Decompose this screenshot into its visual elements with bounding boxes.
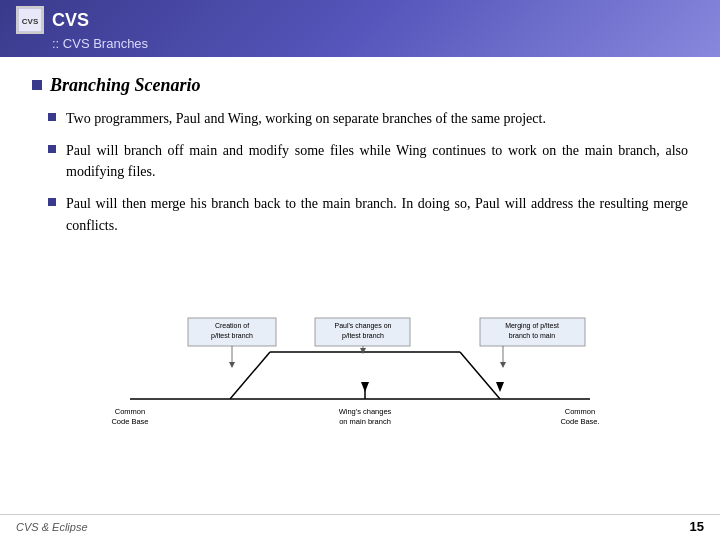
header-subtitle: :: CVS Branches [16,36,704,51]
header: CVS CVS :: CVS Branches [0,0,720,57]
svg-text:p/ltest branch: p/ltest branch [342,332,384,340]
svg-line-5 [460,352,500,399]
section-bullet-icon [32,80,42,90]
section-title-text: Branching Scenario [50,75,201,96]
svg-marker-23 [500,362,506,368]
footer-page: 15 [690,519,704,534]
bullet-icon-2 [48,145,56,153]
svg-text:on main branch: on main branch [339,417,391,426]
svg-text:Common: Common [115,407,145,416]
cvs-icon: CVS [16,6,44,34]
bullet-icon-1 [48,113,56,121]
svg-text:Code Base: Code Base [111,417,148,426]
bullet-text-3: Paul will then merge his branch back to … [66,193,688,236]
diagram-svg: Creation of p/ltest branch Paul's change… [70,314,650,438]
header-title: CVS [52,10,89,31]
svg-text:Common: Common [565,407,595,416]
svg-text:Code Base.: Code Base. [560,417,599,426]
footer: CVS & Eclipse 15 [0,514,720,540]
diagram-area: Creation of p/ltest branch Paul's change… [32,248,688,504]
list-item: Paul will then merge his branch back to … [48,193,688,236]
svg-text:Creation of: Creation of [215,322,249,329]
svg-text:CVS: CVS [22,17,39,26]
svg-line-3 [230,352,270,399]
svg-marker-13 [229,362,235,368]
svg-text:Paul's changes on: Paul's changes on [335,322,392,330]
list-item: Paul will branch off main and modify som… [48,140,688,183]
svg-text:Merging of p/ltest: Merging of p/ltest [505,322,559,330]
bullet-text-1: Two programmers, Paul and Wing, working … [66,108,688,130]
svg-text:Wing's changes: Wing's changes [339,407,392,416]
bullet-text-2: Paul will branch off main and modify som… [66,140,688,183]
list-item: Two programmers, Paul and Wing, working … [48,108,688,130]
bullet-list: Two programmers, Paul and Wing, working … [32,108,688,236]
footer-text: CVS & Eclipse [16,521,88,533]
svg-marker-18 [360,348,366,354]
header-title-row: CVS CVS [16,6,704,34]
svg-marker-8 [496,382,504,392]
bullet-icon-3 [48,198,56,206]
slide-container: CVS CVS :: CVS Branches Branching Scenar… [0,0,720,540]
svg-text:p/ltest branch: p/ltest branch [211,332,253,340]
main-content: Branching Scenario Two programmers, Paul… [0,57,720,514]
section-title: Branching Scenario [32,75,688,96]
svg-text:branch to main: branch to main [509,332,555,339]
